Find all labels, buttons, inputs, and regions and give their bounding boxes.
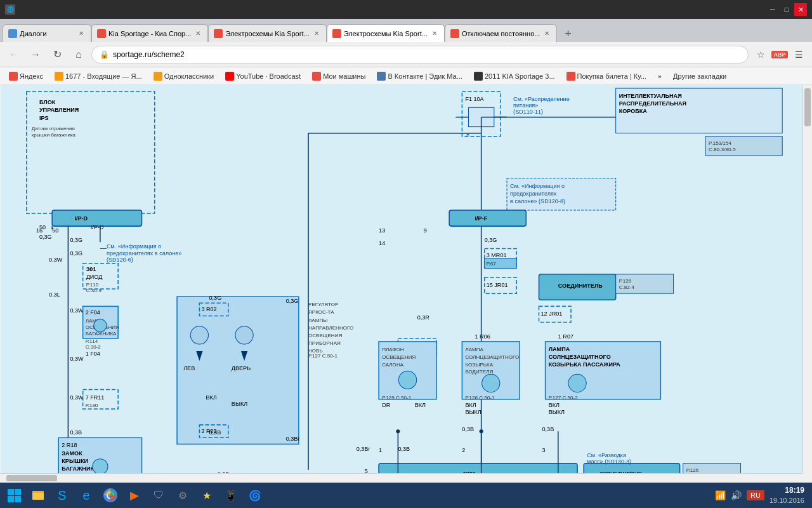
tab-close-kia1[interactable]: ✕ bbox=[193, 29, 202, 38]
svg-text:7  FR11: 7 FR11 bbox=[86, 394, 105, 401]
taskbar-viber[interactable]: 📱 bbox=[219, 484, 242, 507]
bookmark-yandex[interactable]: Яндекс bbox=[5, 70, 47, 82]
svg-text:ЛАМПЫ: ЛАМПЫ bbox=[308, 318, 327, 323]
svg-point-67 bbox=[93, 459, 108, 474]
taskbar-explorer[interactable] bbox=[27, 484, 49, 507]
close-button[interactable]: ✕ bbox=[794, 3, 807, 16]
tab-electro2[interactable]: Электросхемы Kia Sport... ✕ bbox=[327, 24, 445, 42]
svg-text:СОЕДИНИТЕЛЬ: СОЕДИНИТЕЛЬ bbox=[558, 283, 603, 289]
bookmark-other[interactable]: Другие закладки bbox=[669, 71, 730, 81]
svg-text:0,3W: 0,3W bbox=[70, 307, 84, 314]
horizontal-scrollbar[interactable] bbox=[0, 473, 802, 483]
taskbar-security[interactable]: 🛡 bbox=[147, 484, 170, 507]
bookmark-youtube[interactable]: YouTube · Broadcast bbox=[221, 70, 304, 82]
svg-point-141 bbox=[190, 326, 208, 344]
svg-text:ОСВЕЩЕНИЯ: ОСВЕЩЕНИЯ bbox=[382, 354, 416, 360]
lock-icon: 🔒 bbox=[100, 50, 109, 59]
svg-rect-215 bbox=[15, 496, 21, 502]
tab-disable[interactable]: Отключаем постоянно... ✕ bbox=[445, 24, 558, 42]
bookmark-ok[interactable]: Одноклассники bbox=[150, 70, 218, 82]
home-button[interactable]: ⌂ bbox=[70, 46, 88, 64]
taskbar-skype[interactable]: S bbox=[51, 484, 74, 507]
svg-text:0,3B: 0,3B bbox=[542, 426, 554, 432]
tab-kia1[interactable]: Kia Sportage - Киа Спор... ✕ bbox=[91, 24, 208, 42]
address-input[interactable] bbox=[113, 50, 740, 59]
tab-label-electro1: Электросхемы Kia Sport... bbox=[225, 30, 309, 37]
tab-close-disable[interactable]: ✕ bbox=[542, 29, 551, 38]
browser-icon: 🌐 bbox=[5, 4, 15, 15]
bookmark-ticket[interactable]: Покупка билета | Ку... bbox=[563, 70, 650, 82]
tab-bar: Диалоги ✕ Kia Sportage - Киа Спор... ✕ Э… bbox=[0, 19, 812, 42]
bookmark-mymachines[interactable]: Мои машины bbox=[308, 70, 369, 82]
taskbar-torrent[interactable]: 🌀 bbox=[244, 484, 266, 507]
tab-label-disable: Отключаем постоянно... bbox=[462, 30, 540, 37]
svg-text:Р.126  С.50-1: Р.126 С.50-1 bbox=[465, 395, 495, 401]
taskbar-media[interactable]: ▶ bbox=[123, 484, 146, 507]
svg-rect-78 bbox=[449, 210, 526, 226]
vertical-scrollbar[interactable] bbox=[802, 85, 812, 473]
svg-text:0,3G: 0,3G bbox=[39, 234, 52, 240]
svg-text:ВКЛ: ВКЛ bbox=[549, 402, 560, 408]
svg-text:(SD120-6): (SD120-6) bbox=[107, 257, 133, 263]
svg-text:3  MR01: 3 MR01 bbox=[487, 252, 507, 258]
svg-text:15  JR01: 15 JR01 bbox=[487, 282, 508, 288]
address-bar[interactable]: 🔒 bbox=[91, 46, 749, 64]
bookmark-kia2011[interactable]: 2011 KIA Sportage 3... bbox=[470, 70, 559, 82]
diagram-area: БЛОК УПРАВЛЕНИЯ IPS Датчик отражения кры… bbox=[0, 85, 812, 483]
svg-text:САЛОНА: САЛОНА bbox=[382, 362, 404, 368]
svg-text:0,3G: 0,3G bbox=[286, 298, 299, 304]
tab-close-electro1[interactable]: ✕ bbox=[312, 29, 321, 38]
minimize-button[interactable]: ─ bbox=[766, 3, 779, 16]
svg-text:ДИОД: ДИОД bbox=[86, 274, 103, 280]
svg-text:12  JR01: 12 JR01 bbox=[541, 311, 563, 317]
svg-text:масс» (SD130-3): масс» (SD130-3) bbox=[587, 458, 631, 465]
forward-button[interactable]: → bbox=[27, 46, 44, 64]
tab-close-electro2[interactable]: ✕ bbox=[430, 29, 439, 38]
bookmarks-more-button[interactable]: » bbox=[654, 71, 665, 81]
svg-text:Р.130: Р.130 bbox=[86, 403, 98, 408]
svg-text:ВКЛ: ВКЛ bbox=[206, 394, 216, 401]
svg-text:крышки багажника: крышки багажника bbox=[32, 132, 76, 138]
bookmark-label-yandex: Яндекс bbox=[20, 72, 43, 80]
taskbar-chrome[interactable] bbox=[99, 484, 122, 507]
nav-right: ☆ ABP ☰ bbox=[752, 46, 807, 63]
svg-text:СОЛНЦЕЗАЩИТНОГО: СОЛНЦЕЗАЩИТНОГО bbox=[465, 354, 519, 360]
abp-icon[interactable]: ABP bbox=[771, 46, 788, 63]
bookmark-label-mail: 1677 - Входящие — Я... bbox=[65, 72, 142, 80]
bookmark-favicon-ok bbox=[154, 72, 162, 81]
svg-text:2  F04: 2 F04 bbox=[86, 309, 100, 316]
language-indicator[interactable]: RU bbox=[747, 490, 764, 500]
svg-text:СОЛНЦЕЗАЩИТНОГО: СОЛНЦЕЗАЩИТНОГО bbox=[549, 354, 611, 360]
svg-text:9: 9 bbox=[424, 227, 427, 234]
svg-text:ЛАМПА: ЛАМПА bbox=[465, 347, 483, 352]
tab-electro1[interactable]: Электросхемы Kia Sport... ✕ bbox=[208, 24, 326, 42]
svg-text:предохранителях   в салоне»: предохранителях в салоне» bbox=[107, 250, 181, 257]
svg-text:Р.127  С.50-2: Р.127 С.50-2 bbox=[549, 395, 579, 401]
bookmark-vk[interactable]: В Контакте | Эдик Ма... bbox=[373, 70, 466, 82]
back-button[interactable]: ← bbox=[5, 46, 23, 64]
svg-text:ПЛАФОН: ПЛАФОН bbox=[382, 347, 404, 352]
taskbar-settings[interactable]: ⚙ bbox=[171, 484, 194, 507]
horizontal-scrollbar-thumb[interactable] bbox=[6, 475, 57, 481]
maximize-button[interactable]: □ bbox=[780, 3, 793, 16]
bookmark-label-ticket: Покупка билета | Ку... bbox=[577, 72, 646, 80]
svg-text:УПРАВЛЕНИЯ: УПРАВЛЕНИЯ bbox=[39, 107, 79, 113]
start-button[interactable] bbox=[3, 484, 25, 507]
tab-dialogi[interactable]: Диалоги ✕ bbox=[3, 24, 91, 42]
vertical-scrollbar-thumb[interactable] bbox=[804, 88, 811, 126]
reload-button[interactable]: ↻ bbox=[48, 46, 66, 64]
star-icon[interactable]: ☆ bbox=[752, 46, 769, 63]
svg-text:С.82-4: С.82-4 bbox=[619, 284, 635, 290]
svg-point-194 bbox=[480, 429, 483, 433]
taskbar-game[interactable]: ★ bbox=[195, 484, 218, 507]
svg-text:13: 13 bbox=[379, 227, 385, 234]
taskbar-ie[interactable]: e bbox=[75, 484, 98, 507]
svg-text:(SD110-11): (SD110-11) bbox=[513, 109, 543, 115]
menu-icon[interactable]: ☰ bbox=[790, 46, 807, 63]
tab-close-dialogi[interactable]: ✕ bbox=[77, 29, 86, 38]
bookmark-mail[interactable]: 1677 - Входящие — Я... bbox=[51, 70, 146, 82]
bookmark-label-other: Другие закладки bbox=[673, 72, 726, 80]
svg-text:0,3B: 0,3B bbox=[398, 446, 410, 452]
new-tab-button[interactable]: + bbox=[560, 25, 576, 42]
svg-text:ВЫКЛ: ВЫКЛ bbox=[549, 409, 565, 415]
